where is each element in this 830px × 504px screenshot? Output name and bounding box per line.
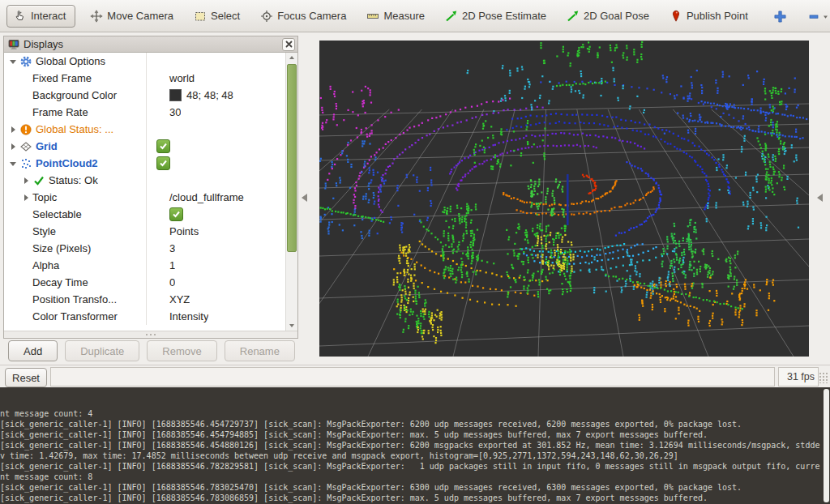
display-property-row[interactable]: Fixed Frameworld [4, 70, 285, 87]
property-value[interactable]: 3 [169, 242, 175, 254]
tool-measure[interactable]: Measure [366, 10, 425, 23]
pointcloud-icon [19, 157, 32, 170]
toolbar: InteractMove CameraSelectFocus CameraMea… [0, 0, 830, 32]
tool-2d-goal-pose[interactable]: 2D Goal Pose [567, 10, 649, 23]
tool-focus-camera[interactable]: Focus Camera [260, 10, 346, 23]
property-value-cell: 1 [164, 259, 175, 271]
property-value[interactable]: Intensity [169, 310, 208, 322]
expander-right-icon[interactable] [9, 126, 19, 134]
panel-splitter-handle[interactable] [4, 331, 297, 338]
display-property-row[interactable]: Selectable [4, 206, 285, 223]
scroll-up-icon[interactable] [286, 53, 297, 62]
property-value-cell: Intensity [164, 310, 208, 322]
collapse-left-panel-icon[interactable] [302, 194, 307, 202]
window-resize-grip[interactable] [819, 372, 828, 383]
property-label: Decay Time [32, 276, 88, 288]
enabled-checkbox[interactable] [169, 207, 183, 221]
display-property-row[interactable]: PointCloud2 [4, 155, 285, 172]
scroll-down-icon[interactable] [286, 321, 297, 331]
warning-icon [19, 123, 32, 136]
tool-interact[interactable]: Interact [6, 5, 75, 28]
property-value-cell: 0 [164, 276, 175, 288]
remove-button[interactable]: Remove [147, 340, 216, 361]
display-property-row[interactable]: Global Options [4, 53, 285, 70]
expander-right-icon[interactable] [9, 143, 19, 151]
display-property-row[interactable]: Color TransformerIntensity [4, 308, 285, 325]
plus-icon [773, 10, 786, 23]
log-line: v time: 1.42679, max time: 17.4852 milli… [0, 451, 830, 461]
tool-label: Select [211, 10, 240, 22]
display-property-row[interactable]: Status: Ok [4, 172, 285, 189]
log-line: [sick_generic_caller-1] [INFO] [16883855… [0, 493, 830, 503]
property-value-cell: Points [164, 225, 199, 237]
expander-spacer [22, 296, 32, 304]
expander-spacer [22, 262, 32, 270]
property-value[interactable]: Points [169, 225, 199, 237]
display-property-row[interactable]: StylePoints [4, 223, 285, 240]
tool-label: Focus Camera [277, 10, 346, 22]
display-property-row[interactable]: Decay Time0 [4, 274, 285, 291]
color-swatch[interactable] [169, 89, 182, 101]
close-icon[interactable] [282, 38, 295, 51]
log-line: [sick_generic_caller-1] [INFO] [16883855… [0, 461, 830, 472]
property-value[interactable]: /cloud_fullframe [169, 191, 244, 203]
expander-down-icon[interactable] [9, 160, 19, 168]
add-button[interactable]: Add [8, 340, 58, 361]
collapse-right-panel-icon[interactable] [817, 194, 823, 202]
tool-label: Interact [31, 10, 66, 22]
display-property-row[interactable]: Alpha1 [4, 257, 285, 274]
rename-button[interactable]: Rename [225, 340, 295, 361]
property-value-cell: XYZ [164, 293, 190, 305]
move-icon [90, 10, 103, 23]
property-value-cell [151, 156, 170, 170]
terminal-scrollbar[interactable] [824, 389, 829, 502]
display-property-row[interactable]: Grid [4, 138, 285, 155]
expander-down-icon[interactable] [9, 58, 19, 66]
terminal-log[interactable]: nt message count: 4[sick_generic_caller-… [0, 387, 830, 504]
property-value[interactable]: 1 [169, 259, 175, 271]
display-property-row[interactable]: Frame Rate30 [4, 104, 285, 121]
displays-panel-header[interactable]: Displays [4, 36, 297, 53]
time-field [50, 367, 775, 387]
display-property-row[interactable]: Position Transfo...XYZ [4, 291, 285, 308]
tool-publish-point[interactable]: Publish Point [670, 10, 748, 23]
tool-2d-pose-estimate[interactable]: 2D Pose Estimate [445, 10, 546, 23]
tool-label: Measure [383, 10, 425, 22]
duplicate-button[interactable]: Duplicate [65, 340, 139, 361]
property-value[interactable]: 0 [169, 276, 175, 288]
scrollbar-thumb[interactable] [287, 64, 297, 252]
property-value[interactable]: 30 [169, 106, 181, 118]
property-label: Fixed Frame [32, 72, 92, 84]
enabled-checkbox[interactable] [156, 139, 170, 153]
render-viewport-3d[interactable] [319, 41, 809, 357]
panel-scrollbar[interactable] [285, 53, 297, 331]
reset-button[interactable]: Reset [5, 368, 47, 387]
expander-right-icon[interactable] [22, 177, 32, 185]
property-value-cell [151, 139, 170, 153]
property-value[interactable]: 48; 48; 48 [186, 89, 233, 101]
log-line: [sick_generic_caller-1] [INFO] [16883855… [0, 429, 830, 440]
expander-spacer [22, 228, 32, 236]
display-property-row[interactable]: Topic/cloud_fullframe [4, 189, 285, 206]
remove-tool-button[interactable] [809, 10, 830, 23]
hand-icon [14, 10, 27, 23]
enabled-checkbox[interactable] [156, 156, 170, 170]
display-property-row[interactable]: Background Color48; 48; 48 [4, 87, 285, 104]
add-tool-button[interactable] [773, 10, 786, 23]
monitor-icon [8, 39, 19, 50]
check-icon [32, 174, 45, 187]
log-line: [sick_generic_caller-1] [INFO] [16883855… [0, 440, 830, 451]
expander-right-icon[interactable] [22, 194, 32, 202]
property-label: Topic [32, 191, 57, 203]
property-value[interactable]: XYZ [169, 293, 190, 305]
display-property-row[interactable]: Size (Pixels)3 [4, 240, 285, 257]
tool-select[interactable]: Select [194, 10, 240, 23]
display-property-row[interactable]: Global Status: ... [4, 121, 285, 138]
fps-indicator: 31 fps [778, 367, 819, 387]
expander-spacer [22, 279, 32, 287]
property-value[interactable]: world [169, 72, 195, 84]
property-label: Style [32, 225, 56, 237]
property-value-cell: 3 [164, 242, 175, 254]
expander-spacer [22, 245, 32, 253]
tool-move-camera[interactable]: Move Camera [90, 10, 173, 23]
